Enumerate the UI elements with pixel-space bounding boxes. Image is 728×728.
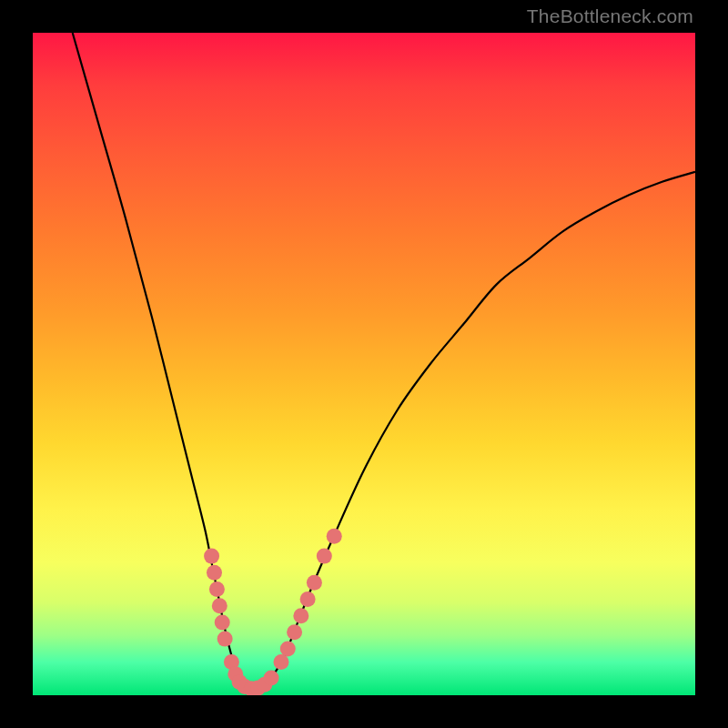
data-marker [274, 654, 289, 670]
data-marker [287, 624, 302, 640]
primary-curve [73, 33, 695, 689]
data-marker [215, 614, 230, 630]
data-marker [217, 632, 233, 647]
data-marker [307, 575, 322, 591]
chart-frame: TheBottleneck.com [0, 0, 728, 728]
data-marker [280, 642, 296, 657]
data-marker [209, 581, 225, 597]
data-marker [293, 608, 308, 623]
marker-layer [204, 529, 342, 695]
plot-area [33, 33, 695, 695]
data-marker [264, 671, 279, 686]
data-marker [327, 529, 342, 544]
data-marker [317, 549, 332, 564]
data-marker [300, 592, 316, 607]
data-marker [207, 565, 222, 581]
data-marker [204, 549, 219, 564]
watermark-text: TheBottleneck.com [527, 5, 693, 27]
chart-svg [33, 33, 695, 695]
data-marker [212, 598, 228, 613]
